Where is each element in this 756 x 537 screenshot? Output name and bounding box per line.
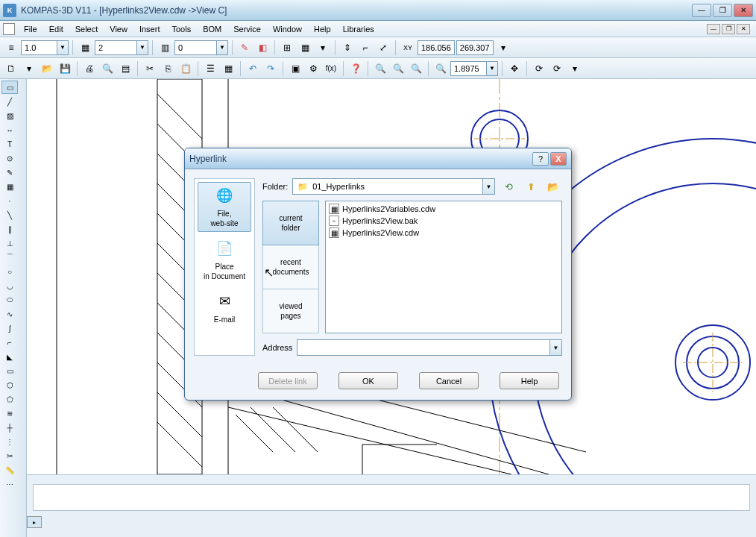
- layer-input[interactable]: [95, 40, 136, 55]
- menu-libraries[interactable]: Libraries: [337, 23, 380, 35]
- ortho-icon[interactable]: ⊞: [279, 40, 295, 56]
- properties-icon[interactable]: ☰: [202, 60, 218, 77]
- parallel-tool-icon[interactable]: ∥: [1, 222, 18, 236]
- layer-dropdown-arrow[interactable]: ▼: [136, 40, 148, 55]
- delete-link-button[interactable]: Delete link: [258, 372, 318, 389]
- more-tool-icon[interactable]: ⋯: [1, 477, 18, 491]
- toolbar-menu-icon[interactable]: ▾: [567, 60, 583, 77]
- equid-tool-icon[interactable]: ≋: [1, 406, 18, 420]
- refresh-icon[interactable]: ⟳: [531, 60, 547, 77]
- select-tool-icon[interactable]: ▭: [1, 81, 18, 94]
- menu-select[interactable]: Select: [69, 23, 104, 35]
- color-input[interactable]: [174, 40, 216, 55]
- help-button[interactable]: Help: [500, 372, 559, 389]
- trim-tool-icon[interactable]: ✂: [1, 449, 18, 462]
- menu-edit[interactable]: Edit: [43, 23, 69, 35]
- contour-tool-icon[interactable]: ⬠: [1, 392, 18, 406]
- new-arrow-icon[interactable]: ▾: [21, 60, 37, 77]
- symbol-tool-icon[interactable]: ⊙: [1, 151, 18, 165]
- text-tool-icon[interactable]: T: [1, 137, 18, 151]
- pan-icon[interactable]: ✥: [506, 60, 523, 77]
- zoom-in-icon[interactable]: 🔍: [372, 60, 388, 77]
- style-icon[interactable]: ≡: [3, 40, 19, 56]
- mdi-restore-button[interactable]: ❐: [722, 24, 735, 34]
- copy-icon[interactable]: ⎘: [160, 60, 176, 77]
- bottom-tab[interactable]: ▸: [27, 516, 42, 528]
- zoom-window-icon[interactable]: 🔍: [390, 60, 406, 77]
- perp-tool-icon[interactable]: ⊥: [1, 236, 18, 250]
- document-icon[interactable]: [3, 23, 15, 35]
- command-input-area[interactable]: [33, 484, 750, 511]
- color-icon[interactable]: ▥: [157, 40, 173, 56]
- ok-button[interactable]: OK: [338, 372, 398, 389]
- window-minimize-button[interactable]: —: [692, 4, 711, 17]
- folder-up-button[interactable]: ⬆: [522, 178, 540, 195]
- menu-help[interactable]: Help: [308, 23, 337, 35]
- circle-tool-icon[interactable]: ○: [1, 265, 18, 278]
- spline-tool-icon[interactable]: ∿: [1, 307, 18, 321]
- manager-icon[interactable]: ⚙: [305, 60, 321, 77]
- link-type-file[interactable]: 🌐 File, web-site: [198, 182, 251, 232]
- view-tab-current[interactable]: currentfolder: [262, 201, 319, 245]
- paste-icon[interactable]: 📋: [177, 60, 194, 77]
- library-icon[interactable]: ▣: [287, 60, 303, 77]
- curve-tool-icon[interactable]: ∫: [1, 321, 18, 335]
- open-icon[interactable]: 📂: [39, 60, 55, 77]
- eraser-icon[interactable]: ◧: [254, 40, 271, 56]
- snap-h-icon[interactable]: ⌐: [357, 40, 374, 56]
- coord-menu-icon[interactable]: ▾: [495, 40, 511, 56]
- dialog-titlebar[interactable]: Hyperlink ? X: [185, 148, 571, 169]
- grid-arrow-icon[interactable]: ▾: [315, 40, 331, 56]
- pencil-icon[interactable]: ✎: [236, 40, 253, 56]
- window-close-button[interactable]: ✕: [734, 4, 753, 17]
- menu-tools[interactable]: Tools: [166, 23, 197, 35]
- fillet-tool-icon[interactable]: ⌐: [1, 336, 18, 349]
- view-tab-recent[interactable]: recentdocuments: [262, 245, 319, 289]
- snap-v-icon[interactable]: ⇕: [339, 40, 356, 56]
- point-tool-icon[interactable]: ·: [1, 194, 18, 207]
- redraw-icon[interactable]: ⟳: [549, 60, 565, 77]
- undo-icon[interactable]: ↶: [245, 60, 261, 77]
- folder-combo[interactable]: 📁 01_Hyperlinks ▼: [292, 178, 495, 195]
- save-icon[interactable]: 💾: [57, 60, 73, 77]
- color-dropdown-arrow[interactable]: ▼: [216, 40, 228, 55]
- link-type-place[interactable]: 📄 Place in Document: [198, 235, 251, 285]
- redo-icon[interactable]: ↷: [262, 60, 279, 77]
- dialog-help-button[interactable]: ?: [532, 152, 549, 166]
- window-maximize-button[interactable]: ❐: [713, 4, 732, 17]
- zoom-fit-icon[interactable]: 🔍: [432, 60, 449, 77]
- cut-icon[interactable]: ✂: [142, 60, 158, 77]
- file-item[interactable]: ▫ Hyperlinks2View.bak: [327, 215, 560, 227]
- file-item[interactable]: ▦ Hyperlinks2View.cdw: [327, 227, 560, 239]
- scale-dropdown-arrow[interactable]: ▼: [57, 40, 69, 55]
- segment-tool-icon[interactable]: ╲: [1, 208, 18, 222]
- polygon-tool-icon[interactable]: ⬡: [1, 378, 18, 392]
- address-input[interactable]: [297, 340, 549, 355]
- zoom-out-icon[interactable]: 🔍: [408, 60, 424, 77]
- ellipse-tool-icon[interactable]: ⬭: [1, 293, 18, 307]
- measure-tool-icon[interactable]: 📏: [1, 463, 18, 477]
- chamfer-tool-icon[interactable]: ◣: [1, 350, 18, 363]
- grid-icon[interactable]: ▦: [297, 40, 313, 56]
- aux-tool-icon[interactable]: ⋮: [1, 435, 18, 448]
- line-tool-icon[interactable]: ╱: [1, 95, 18, 108]
- new-icon[interactable]: 🗋: [3, 60, 19, 77]
- zoom-input[interactable]: [450, 61, 486, 76]
- menu-file[interactable]: File: [18, 23, 43, 35]
- scale-input[interactable]: [21, 40, 57, 55]
- link-type-email[interactable]: ✉ E-mail: [198, 288, 251, 328]
- hatch-tool-icon[interactable]: ▨: [1, 109, 18, 122]
- layer-icon[interactable]: ▦: [77, 40, 93, 56]
- edit-tool-icon[interactable]: ✎: [1, 166, 18, 179]
- zoom-dropdown-arrow[interactable]: ▼: [486, 61, 498, 76]
- folder-dropdown-arrow[interactable]: ▼: [482, 179, 494, 194]
- folder-browse-button[interactable]: 📂: [544, 178, 562, 195]
- tangent-tool-icon[interactable]: ⌒: [1, 251, 18, 264]
- file-item[interactable]: ▦ Hyperlinks2Variables.cdw: [327, 203, 560, 215]
- menu-service[interactable]: Service: [227, 23, 267, 35]
- address-dropdown-arrow[interactable]: ▼: [549, 340, 561, 355]
- axis-tool-icon[interactable]: ┼: [1, 421, 18, 434]
- file-list[interactable]: ▦ Hyperlinks2Variables.cdw ▫ Hyperlinks2…: [325, 201, 562, 333]
- rect-tool-icon[interactable]: ▭: [1, 364, 18, 377]
- print-icon[interactable]: 🖨: [81, 60, 98, 77]
